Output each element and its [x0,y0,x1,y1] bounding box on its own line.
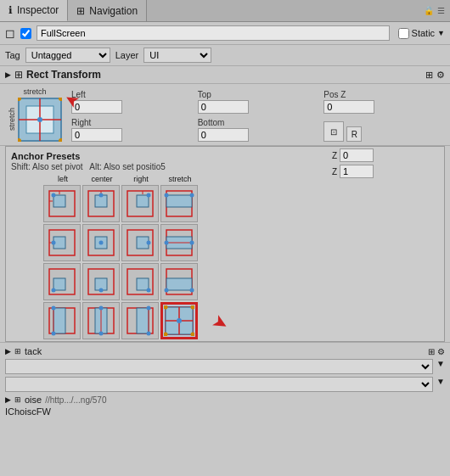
dropdown-1[interactable] [5,359,433,374]
dropdown-2-arrow[interactable]: ▼ [436,377,445,392]
tag-layer-row: Tag Untagged Layer UI [0,45,450,66]
svg-point-18 [99,193,104,198]
object-name-input[interactable] [37,25,390,41]
posz-label: Pos Z [323,90,445,99]
svg-point-31 [52,241,56,245]
noise-icon: ⊞ [14,395,21,404]
menu-icon[interactable]: ☰ [437,6,445,15]
svg-point-48 [99,288,104,293]
noise-row: ▶ ⊞ oise //http.../...ng/570 [5,395,445,405]
static-checkbox[interactable] [398,28,409,39]
anchor-cell-bottom-right[interactable] [121,263,159,300]
r-label: R [352,130,357,139]
layer-select[interactable]: UI [143,48,211,63]
svg-point-27 [190,193,194,198]
col-labels-spacer [11,175,43,192]
col-label-right: right [121,175,160,183]
r-label-button[interactable]: R [346,126,362,142]
right-input[interactable] [71,128,122,142]
layer-label: Layer [115,50,139,60]
bottom-input[interactable] [198,128,249,142]
svg-point-41 [165,241,169,245]
anchor-cell-top-right[interactable] [121,185,159,222]
svg-point-22 [147,193,151,198]
anchor-cell-bottom-stretch[interactable] [160,263,198,300]
anchor-cell-stretch-left[interactable] [43,302,81,339]
svg-rect-20 [137,195,149,207]
tag-label: Tag [5,50,20,60]
anchor-presets-popup: Anchor Presets Shift: Also set pivot Alt… [5,146,445,342]
noise-toggle[interactable]: ▶ [5,395,11,404]
anchor-cell-stretch-center[interactable] [82,302,120,339]
rect-transform-icon2[interactable]: ⊞ [425,70,433,81]
anchor-cell-bottom-center[interactable] [82,263,120,300]
svg-point-8 [37,117,42,122]
svg-point-13 [52,193,56,198]
anchor-visual[interactable]: ➤ [18,98,62,142]
anchor-cell-middle-left[interactable] [43,224,81,261]
tab-actions: 🔒 ☰ [424,0,450,21]
col-label-left: left [43,175,82,183]
z-input-1[interactable] [340,165,374,178]
anchor-cell-stretch-right[interactable] [121,302,159,339]
stack-toggle[interactable]: ▶ [5,347,11,356]
z-label-0: Z [332,151,337,160]
rect-transform-settings-icon[interactable]: ⚙ [436,70,445,81]
svg-point-59 [52,306,56,311]
anchor-cell-middle-center[interactable] [82,224,120,261]
anchor-cell-top-left[interactable] [43,185,81,222]
top-input[interactable] [198,100,249,114]
svg-point-54 [165,288,169,293]
anchor-cell-stretch-stretch[interactable]: ➤ [160,302,198,339]
anchor-cell-middle-right[interactable] [121,224,159,261]
anchor-cell-top-center[interactable] [82,185,120,222]
right-label: Right [71,118,193,127]
noise-label: oise [25,395,42,405]
navigation-tab-icon: ⊞ [76,5,85,17]
svg-point-55 [190,288,194,293]
stack-label: tack [25,346,42,356]
svg-point-65 [99,332,104,336]
gameobject-icon: ◻ [5,26,15,40]
dropdown-1-arrow[interactable]: ▼ [436,359,445,374]
anchor-cell-bottom-left[interactable] [43,263,81,300]
dropdown-row-2: ▼ [5,377,445,392]
dropdown-row-1: ▼ [5,359,445,374]
anchor-cell-top-stretch[interactable] [160,185,198,222]
anchor-cell-middle-stretch[interactable] [160,224,198,261]
z-field-1: Z [332,165,434,178]
r-button[interactable]: ⊡ [323,121,344,142]
r-button-icon: ⊡ [330,127,337,137]
tab-inspector[interactable]: ℹ Inspector [0,0,68,21]
posz-input[interactable] [323,100,374,114]
rect-transform-area: stretch stretch [0,84,450,146]
stretch-top-label: stretch [23,87,46,96]
active-checkbox-wrapper [20,28,31,39]
svg-point-34 [99,241,104,245]
static-dropdown-arrow[interactable]: ▼ [437,29,445,37]
left-label: Left [71,90,193,99]
svg-point-42 [190,241,194,245]
lock-icon[interactable]: 🔒 [424,6,434,15]
dropdown-2[interactable] [5,377,433,392]
inspector-tab-label: Inspector [17,4,59,16]
z-input-0[interactable] [340,148,374,162]
rect-transform-toggle[interactable]: ▶ [5,70,11,79]
svg-point-26 [165,193,169,198]
rect-transform-header: ▶ ⊞ Rect Transform ⊞ ⚙ [0,66,450,84]
tag-select[interactable]: Untagged [25,48,110,63]
r-button-area: ⊡ R [323,121,445,142]
row-labels-space [11,175,43,339]
svg-point-79 [177,318,182,323]
active-checkbox[interactable] [20,28,31,39]
stack-gear-icon[interactable]: ⚙ [437,347,445,356]
stack-icons: ⊞ ⚙ [428,347,445,356]
tab-navigation[interactable]: ⊞ Navigation [68,0,147,21]
choice-label: IChoiscFW [5,406,51,417]
stack-settings-icon[interactable]: ⊞ [428,347,435,356]
static-checkbox-wrapper: Static ▼ [398,28,445,39]
full-layout: ℹ Inspector ⊞ Navigation 🔒 ☰ ◻ Static ▼ … [0,0,450,476]
z-label-1: Z [332,167,337,176]
choice-row: IChoiscFW [5,406,445,417]
rect-transform-icon: ⊞ [14,69,23,81]
